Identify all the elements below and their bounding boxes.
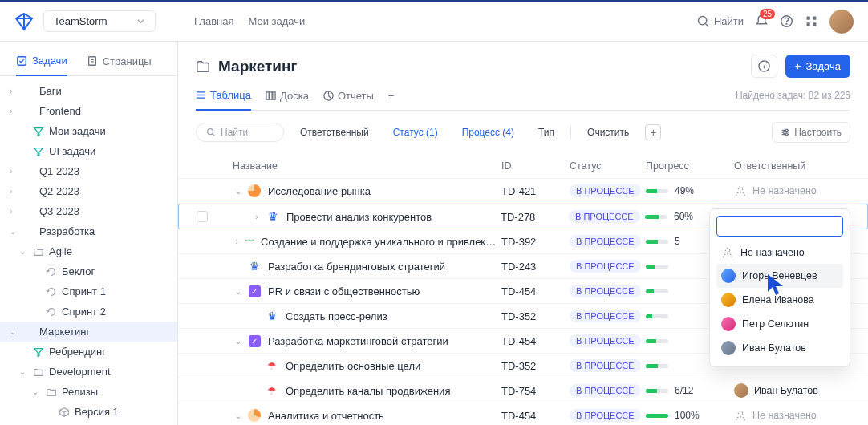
info-icon (758, 60, 770, 72)
task-type-icon: ♛ (266, 209, 280, 224)
sidebar-item[interactable]: ›Баги (0, 81, 177, 101)
sidebar-item[interactable]: Мои задачи (0, 121, 177, 141)
task-type-icon: 〰 (244, 234, 254, 249)
sidebar-item[interactable]: ›Frontend (0, 101, 177, 121)
sidebar-item[interactable]: Версия 1 (0, 402, 177, 422)
filter-clear[interactable]: Очистить (579, 123, 637, 141)
task-name: Разработка маркетинговой стратегии (268, 335, 448, 347)
add-filter-button[interactable]: + (645, 124, 661, 140)
sidebar-item[interactable]: ⌄Разработка (0, 221, 177, 241)
task-name: Определить основные цели (286, 360, 420, 372)
status-badge[interactable]: В ПРОЦЕССЕ (570, 409, 641, 422)
status-badge[interactable]: В ПРОЦЕССЕ (570, 235, 641, 248)
status-badge[interactable]: В ПРОЦЕССЕ (570, 285, 641, 298)
notifications-button[interactable]: 25 (755, 14, 769, 30)
svg-point-0 (698, 17, 706, 25)
svg-point-18 (738, 187, 742, 191)
nav-my-tasks[interactable]: Мои задачи (248, 15, 305, 27)
sidebar-item[interactable]: Версия 2 (0, 422, 177, 425)
filter-status[interactable]: Статус (1) (385, 123, 446, 141)
status-badge[interactable]: В ПРОЦЕССЕ (570, 310, 641, 322)
table-row[interactable]: ⌄Исследование рынкаTD-421В ПРОЦЕССЕ49%Не… (178, 179, 868, 204)
sidebar-item[interactable]: ›Q3 2023 (0, 201, 177, 221)
help-icon[interactable] (780, 14, 793, 28)
view-tab-reports[interactable]: Отчеты (323, 90, 374, 110)
sidebar-item[interactable]: ⌄Маркетинг (0, 322, 177, 342)
plus-icon: + (795, 60, 801, 72)
status-badge[interactable]: В ПРОЦЕССЕ (570, 184, 641, 197)
plus-icon: + (388, 90, 395, 102)
pages-icon (87, 55, 98, 67)
task-id: TD-454 (501, 410, 570, 422)
sidebar-item[interactable]: ›Q1 2023 (0, 161, 177, 181)
app-logo-icon[interactable] (14, 12, 34, 31)
filter-responsible[interactable]: Ответственный (292, 123, 377, 141)
svg-point-14 (208, 129, 213, 135)
filter-type[interactable]: Тип (530, 123, 562, 141)
filter-search[interactable]: Найти (196, 123, 284, 142)
configure-button[interactable]: Настроить (772, 122, 850, 143)
cursor-icon (765, 273, 788, 298)
sidebar-item[interactable]: Беклог (0, 261, 177, 281)
info-button[interactable] (751, 55, 777, 78)
task-name: PR и связи с общественностью (268, 285, 420, 298)
sidebar-item[interactable]: ⌄Agile (0, 241, 177, 261)
workspace-selector[interactable]: TeamStorm (43, 10, 156, 32)
dropdown-item[interactable]: Иван Булатов (716, 336, 843, 360)
row-checkbox[interactable] (197, 211, 208, 222)
status-badge[interactable]: В ПРОЦЕССЕ (570, 359, 641, 372)
status-badge[interactable]: В ПРОЦЕССЕ (570, 384, 641, 397)
svg-rect-3 (807, 17, 810, 20)
task-name: Создать пресс-релиз (286, 310, 387, 322)
svg-point-17 (786, 133, 789, 136)
sidebar-item[interactable]: Спринт 1 (0, 281, 177, 302)
dropdown-item[interactable]: Петр Селютин (716, 312, 843, 336)
view-tab-table[interactable]: Таблица (196, 89, 251, 111)
task-id: TD-454 (501, 335, 570, 347)
search-icon (696, 14, 710, 28)
sidebar-tab-pages[interactable]: Страницы (87, 55, 152, 75)
search-icon (206, 128, 216, 137)
table-row[interactable]: ☂Определить каналы продвиженияTD-754В ПР… (178, 378, 868, 403)
add-view-button[interactable]: + (388, 90, 395, 110)
svg-point-19 (738, 411, 742, 415)
dropdown-item[interactable]: Не назначено (716, 241, 843, 264)
sidebar-item[interactable]: Ребрендинг (0, 342, 177, 362)
sidebar-item[interactable]: UI задачи (0, 141, 177, 161)
assignee-cell[interactable]: Не назначено (734, 184, 850, 197)
apps-icon[interactable] (805, 14, 818, 28)
assignee-search-input[interactable] (716, 216, 843, 237)
global-search[interactable]: Найти (696, 14, 744, 28)
svg-rect-12 (273, 91, 275, 99)
task-id: TD-421 (501, 185, 570, 197)
task-type-icon: ♛ (247, 259, 262, 273)
task-id: TD-352 (501, 310, 570, 322)
svg-point-16 (783, 132, 785, 134)
workspace-name: TeamStorm (54, 15, 107, 27)
table-row[interactable]: ⌄Аналитика и отчетностьTD-454В ПРОЦЕССЕ1… (178, 403, 868, 425)
folder-icon (196, 59, 210, 74)
status-badge[interactable]: В ПРОЦЕССЕ (570, 334, 641, 347)
sidebar-item[interactable]: Спринт 2 (0, 302, 177, 322)
assignee-cell[interactable]: Не назначено (734, 409, 850, 422)
nav-home[interactable]: Главная (194, 15, 233, 27)
user-avatar[interactable] (829, 10, 854, 34)
filter-process[interactable]: Процесс (4) (454, 123, 522, 141)
sidebar-item[interactable]: ⌄Релизы (0, 382, 177, 402)
task-type-icon (247, 408, 262, 423)
status-badge[interactable]: В ПРОЦЕССЕ (569, 210, 640, 223)
table-icon (196, 90, 206, 100)
assignee-cell[interactable]: Иван Булатов (734, 383, 850, 398)
divider (570, 125, 571, 140)
view-tab-board[interactable]: Доска (266, 90, 309, 110)
sidebar-item[interactable]: ›Q2 2023 (0, 181, 177, 201)
status-badge[interactable]: В ПРОЦЕССЕ (570, 260, 641, 273)
create-task-button[interactable]: + Задача (785, 55, 850, 78)
task-name: Провести анализ конкурентов (286, 211, 432, 223)
sidebar-tab-tasks[interactable]: Задачи (16, 55, 67, 76)
svg-rect-5 (807, 22, 810, 26)
svg-point-15 (786, 129, 789, 132)
sliders-icon (781, 128, 790, 137)
task-id: TD-352 (501, 360, 570, 372)
sidebar-item[interactable]: ⌄Development (0, 362, 177, 382)
